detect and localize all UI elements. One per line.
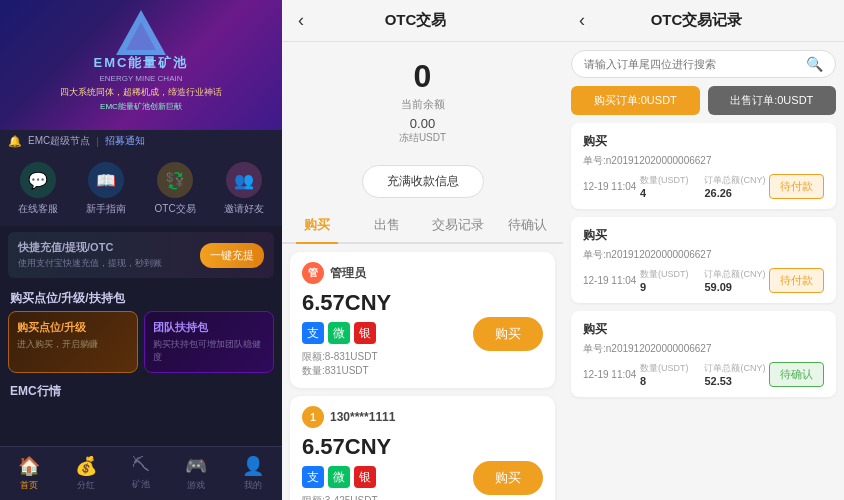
record-time-0: 12-19 11:04 bbox=[583, 181, 636, 192]
banner-text-area: EMC能量矿池 ENERGY MINE CHAIN 四大系统同体，超稀机成，缔造… bbox=[0, 54, 282, 112]
balance-number: 0 bbox=[282, 58, 563, 95]
game-icon: 🎮 bbox=[185, 455, 207, 477]
search-icon: 🔍 bbox=[806, 56, 823, 72]
banner-inner-triangle-icon bbox=[126, 22, 156, 50]
promo-team-title: 团队扶持包 bbox=[153, 320, 265, 335]
filter-buy-button[interactable]: 购买订单:0USDT bbox=[571, 86, 700, 115]
nav-item-invite[interactable]: 👥 邀请好友 bbox=[224, 162, 264, 216]
record-type-1: 购买 bbox=[583, 227, 824, 244]
status-button-1[interactable]: 待付款 bbox=[769, 268, 824, 293]
wechat-icon-1: 微 bbox=[328, 466, 350, 488]
offer-name-0: 管理员 bbox=[330, 265, 366, 282]
filter-sell-button[interactable]: 出售订单:0USDT bbox=[708, 86, 837, 115]
offer-header-1: 1 130****1111 bbox=[302, 406, 543, 428]
promo-upgrade-sub: 进入购买，开启躺赚 bbox=[17, 338, 129, 351]
status-button-0[interactable]: 待付款 bbox=[769, 174, 824, 199]
record-amounts-1: 数量(USDT) 9 订单总额(CNY) 59.09 bbox=[640, 268, 766, 293]
middle-back-button[interactable]: ‹ bbox=[298, 10, 304, 31]
bottom-nav-dividend-label: 分红 bbox=[77, 479, 95, 492]
buy-button-1[interactable]: 购买 bbox=[473, 461, 543, 495]
notice-bar: 🔔 EMC超级节点 | 招募通知 bbox=[0, 130, 282, 152]
promo-team-card[interactable]: 团队扶持包 购买扶持包可增加团队稳健度 bbox=[144, 311, 274, 373]
guide-icon: 📖 bbox=[88, 162, 124, 198]
search-input[interactable] bbox=[584, 58, 800, 70]
otc-icon: 💱 bbox=[157, 162, 193, 198]
record-usdt-0: 数量(USDT) 4 bbox=[640, 174, 689, 199]
right-panel: ‹ OTC交易记录 🔍 购买订单:0USDT 出售订单:0USDT 购买 单号:… bbox=[563, 0, 844, 500]
banner-slogan: 四大系统同体，超稀机成，缔造行业神话 bbox=[0, 86, 282, 99]
alipay-icon-0: 支 bbox=[302, 322, 324, 344]
middle-panel: ‹ OTC交易 0 当前余额 0.00 冻结USDT 充满收款信息 购买 出售 … bbox=[282, 0, 563, 500]
nav-label-chat: 在线客服 bbox=[18, 202, 58, 216]
offer-right-1: 购买 bbox=[473, 461, 543, 495]
offers-list: 管 管理员 6.57CNY 支 微 银 限额:8-831USDT 数量:831U… bbox=[282, 244, 563, 500]
banner-title: EMC能量矿池 bbox=[0, 54, 282, 72]
tab-buy[interactable]: 购买 bbox=[282, 208, 352, 242]
buy-button-0[interactable]: 购买 bbox=[473, 317, 543, 351]
middle-header: ‹ OTC交易 bbox=[282, 0, 563, 42]
bottom-nav: 🏠 首页 💰 分红 ⛏ 矿池 🎮 游戏 👤 我的 bbox=[0, 446, 282, 500]
tab-sell[interactable]: 出售 bbox=[352, 208, 422, 242]
tab-history[interactable]: 交易记录 bbox=[423, 208, 493, 242]
left-panel: EMC能量矿池 ENERGY MINE CHAIN 四大系统同体，超稀机成，缔造… bbox=[0, 0, 282, 500]
offer-payment-icons-0: 支 微 银 bbox=[302, 322, 391, 344]
offer-name-1: 130****1111 bbox=[330, 410, 395, 424]
record-usdt-1: 数量(USDT) 9 bbox=[640, 268, 689, 293]
offer-card-1: 1 130****1111 6.57CNY 支 微 银 限额:3-425USDT… bbox=[290, 396, 555, 500]
balance-label: 当前余额 bbox=[282, 97, 563, 112]
invite-icon: 👥 bbox=[226, 162, 262, 198]
filter-row: 购买订单:0USDT 出售订单:0USDT bbox=[563, 86, 844, 123]
recharge-button[interactable]: 充满收款信息 bbox=[362, 165, 484, 198]
banner: EMC能量矿池 ENERGY MINE CHAIN 四大系统同体，超稀机成，缔造… bbox=[0, 0, 282, 130]
alipay-icon-1: 支 bbox=[302, 466, 324, 488]
offer-header-0: 管 管理员 bbox=[302, 262, 543, 284]
record-amounts-2: 数量(USDT) 8 订单总额(CNY) 52.53 bbox=[640, 362, 766, 387]
record-row-0: 12-19 11:04 数量(USDT) 4 订单总额(CNY) 26.26 待… bbox=[583, 174, 824, 199]
nav-item-otc[interactable]: 💱 OTC交易 bbox=[155, 162, 196, 216]
tab-pending[interactable]: 待确认 bbox=[493, 208, 563, 242]
records-list: 购买 单号:n201912020000006627 12-19 11:04 数量… bbox=[563, 123, 844, 500]
bottom-nav-mine[interactable]: ⛏ 矿池 bbox=[132, 455, 150, 492]
otc-banner-sub: 使用支付宝快速充值，提现，秒到账 bbox=[18, 257, 200, 270]
promo-upgrade-card[interactable]: 购买点位/升级 进入购买，开启躺赚 bbox=[8, 311, 138, 373]
offer-body-0: 6.57CNY 支 微 银 限额:8-831USDT 数量:831USDT 购买 bbox=[302, 290, 543, 378]
record-order-1: 单号:n201912020000006627 bbox=[583, 248, 824, 262]
record-type-0: 购买 bbox=[583, 133, 824, 150]
offer-left-1: 6.57CNY 支 微 银 限额:3-425USDT 数量:425USDT bbox=[302, 434, 391, 500]
section-title: 购买点位/升级/扶持包 bbox=[0, 284, 282, 311]
bottom-nav-game-label: 游戏 bbox=[187, 479, 205, 492]
record-type-2: 购买 bbox=[583, 321, 824, 338]
offer-price-0: 6.57CNY bbox=[302, 290, 391, 316]
record-row-1: 12-19 11:04 数量(USDT) 9 订单总额(CNY) 59.09 待… bbox=[583, 268, 824, 293]
nav-item-chat[interactable]: 💬 在线客服 bbox=[18, 162, 58, 216]
promo-team-sub: 购买扶持包可增加团队稳健度 bbox=[153, 338, 265, 364]
right-header: ‹ OTC交易记录 bbox=[563, 0, 844, 42]
mine-icon: ⛏ bbox=[132, 455, 150, 476]
nav-item-guide[interactable]: 📖 新手指南 bbox=[86, 162, 126, 216]
bottom-nav-game[interactable]: 🎮 游戏 bbox=[185, 455, 207, 492]
profile-icon: 👤 bbox=[242, 455, 264, 477]
banner-subtitle: ENERGY MINE CHAIN bbox=[0, 74, 282, 83]
nav-label-otc: OTC交易 bbox=[155, 202, 196, 216]
right-header-title: OTC交易记录 bbox=[651, 11, 743, 30]
otc-banner-info: 快捷充值/提现/OTC 使用支付宝快速充值，提现，秒到账 bbox=[18, 240, 200, 270]
record-cny-2: 订单总额(CNY) 52.53 bbox=[704, 362, 765, 387]
offer-payment-icons-1: 支 微 银 bbox=[302, 466, 391, 488]
right-back-button[interactable]: ‹ bbox=[579, 10, 585, 31]
notice-text: EMC超级节点 bbox=[28, 134, 90, 148]
offer-body-1: 6.57CNY 支 微 银 限额:3-425USDT 数量:425USDT 购买 bbox=[302, 434, 543, 500]
status-button-2[interactable]: 待确认 bbox=[769, 362, 824, 387]
bottom-nav-profile[interactable]: 👤 我的 bbox=[242, 455, 264, 492]
notice-link[interactable]: 招募通知 bbox=[105, 134, 145, 148]
bottom-nav-home[interactable]: 🏠 首页 bbox=[18, 455, 40, 492]
bank-icon-1: 银 bbox=[354, 466, 376, 488]
bottom-nav-dividend[interactable]: 💰 分红 bbox=[75, 455, 97, 492]
record-usdt-2: 数量(USDT) 8 bbox=[640, 362, 689, 387]
chat-icon: 💬 bbox=[20, 162, 56, 198]
record-card-2: 购买 单号:n201912020000006627 12-19 11:04 数量… bbox=[571, 311, 836, 397]
dividend-icon: 💰 bbox=[75, 455, 97, 477]
frozen-label: 冻结USDT bbox=[282, 131, 563, 145]
otc-recharge-button[interactable]: 一键充提 bbox=[200, 243, 264, 268]
record-cny-1: 订单总额(CNY) 59.09 bbox=[704, 268, 765, 293]
middle-header-title: OTC交易 bbox=[385, 11, 447, 30]
